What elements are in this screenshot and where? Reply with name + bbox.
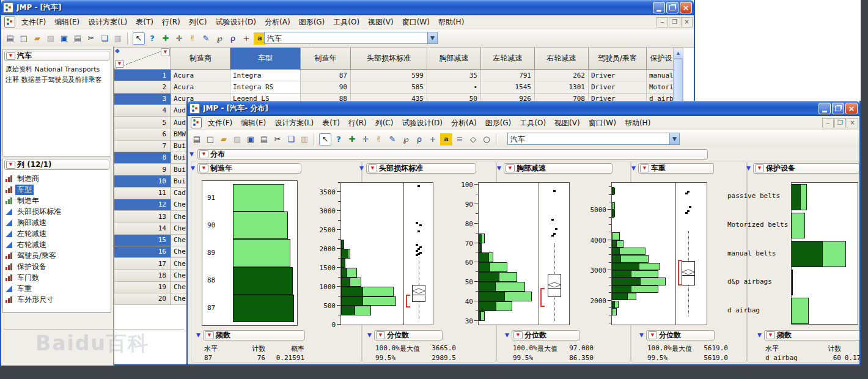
panel-header-4[interactable]: ▼保护设备 [753, 163, 859, 174]
row-number[interactable]: 2 [114, 81, 171, 93]
cursor-icon[interactable]: ↖ [133, 32, 145, 45]
lasso-icon[interactable]: ℘ [400, 133, 412, 145]
hand-icon[interactable]: ✌ [186, 32, 199, 45]
columns-diamond-icon[interactable]: ◆ [115, 48, 120, 54]
histogram-bar[interactable] [479, 243, 482, 253]
row-number[interactable]: 6 [114, 128, 171, 140]
crosshair-icon[interactable]: + [427, 133, 439, 145]
sidebar-column-8[interactable]: 保护设备 [6, 261, 48, 272]
category-bar[interactable] [792, 298, 809, 324]
column-header-4[interactable]: 胸部减速 [427, 48, 481, 70]
new-script-icon[interactable]: ▤ [4, 32, 17, 45]
titlebar[interactable]: JMP - [汽车] × [1, 0, 694, 15]
sidebar-column-4[interactable]: 胸部减速 [6, 217, 48, 228]
menu-item-6[interactable]: 试验设计(D) [211, 16, 260, 29]
menu-item-9[interactable]: 工具(O) [329, 16, 364, 29]
histogram-bar[interactable] [612, 301, 619, 308]
grabber-icon[interactable]: ✚ [346, 133, 358, 145]
crosshair-icon[interactable]: + [240, 32, 252, 45]
cut-icon[interactable]: ✂ [271, 133, 284, 145]
sidebar-column-3[interactable]: 头部损坏标准 [6, 206, 63, 217]
table-combobox[interactable]: 汽车 ▼ [264, 32, 438, 44]
menu-item-1[interactable]: 编辑(E) [50, 16, 84, 29]
histogram-bar[interactable] [341, 259, 345, 268]
disclosure-icon[interactable]: ▼ [367, 333, 372, 338]
year-bar[interactable] [233, 267, 293, 295]
histogram-bar[interactable] [612, 248, 645, 255]
open-icon[interactable]: ▰ [31, 32, 43, 45]
red-triangle-menu-icon[interactable]: ▼ [513, 331, 523, 339]
cell[interactable]: 1301 [535, 81, 589, 93]
red-triangle-menu-icon[interactable]: ▼ [755, 164, 764, 172]
menu-item-0[interactable]: 文件(F) [204, 117, 237, 130]
close-button[interactable]: × [845, 103, 858, 114]
row-number[interactable]: 1 [114, 70, 171, 81]
stats-header-2[interactable]: ▼分位数 [512, 330, 580, 340]
histogram-bar[interactable] [612, 263, 660, 270]
oval-icon[interactable]: ○ [480, 133, 493, 145]
histogram-bar[interactable] [341, 249, 350, 258]
disclosure-icon[interactable]: ▼ [639, 333, 644, 338]
red-triangle-menu-icon[interactable]: ▼ [205, 331, 214, 339]
child-minimize-button[interactable]: ‒ [657, 17, 668, 28]
disclosure-icon[interactable]: ▼ [196, 333, 200, 338]
column-header-3[interactable]: 头部损坏标准 [351, 48, 427, 70]
polygon-icon[interactable]: ◇ [467, 133, 479, 145]
disclosure-icon[interactable]: ▼ [359, 166, 364, 171]
category-bar[interactable] [792, 241, 846, 267]
red-triangle-menu-icon[interactable]: ▼ [161, 48, 170, 56]
help-icon[interactable]: ? [333, 133, 345, 145]
histogram-bar[interactable] [612, 255, 649, 262]
cell[interactable]: Driver [589, 81, 647, 93]
open-icon[interactable]: ▰ [218, 133, 230, 145]
chevron-down-icon[interactable]: ▼ [427, 32, 438, 44]
histogram-bar[interactable] [612, 232, 620, 240]
column-header-2[interactable]: 制造年 [301, 48, 351, 70]
save-icon[interactable]: ▣ [245, 133, 257, 145]
table-combobox[interactable]: 汽车 ▼ [507, 133, 680, 145]
mover-icon[interactable]: ✛ [173, 32, 185, 45]
menu-item-11[interactable]: 窗口(W) [398, 16, 434, 29]
copy-icon[interactable]: ❏ [285, 133, 297, 145]
menu-item-6[interactable]: 试验设计(D) [397, 117, 447, 130]
year-bar[interactable] [233, 239, 290, 267]
red-triangle-menu-icon[interactable]: ▼ [115, 60, 124, 68]
disclosure-icon[interactable]: ▼ [757, 333, 762, 338]
histogram-bar[interactable] [479, 282, 525, 292]
column-header-7[interactable]: 驾驶员/乘客 [589, 48, 647, 70]
menu-item-4[interactable]: 行(R) [344, 117, 371, 130]
row-number[interactable]: 14 [114, 223, 171, 234]
menu-item-8[interactable]: 图形(G) [481, 117, 516, 130]
sidebar-column-9[interactable]: 车门数 [6, 272, 41, 283]
histogram-bar[interactable] [612, 202, 615, 210]
year-bar[interactable] [233, 212, 288, 239]
cell[interactable]: 585 [351, 81, 427, 93]
disclosure-icon[interactable]: ▼ [497, 166, 501, 171]
scroll-up-icon[interactable]: ▲ [674, 48, 683, 59]
stats-header-1[interactable]: ▼分位数 [374, 330, 443, 340]
red-triangle-menu-icon[interactable]: ▼ [199, 164, 208, 172]
child-restore-button[interactable]: ❐ [669, 17, 680, 28]
row-number[interactable]: 12 [114, 199, 171, 211]
cursor-icon[interactable]: ↖ [319, 133, 331, 145]
sidebar-column-1[interactable]: 车型 [6, 184, 34, 195]
column-header-6[interactable]: 右轮减速 [535, 48, 589, 70]
journal-icon[interactable]: ▨ [45, 32, 57, 45]
child-close-button[interactable]: × [681, 17, 693, 28]
restore-button[interactable] [666, 2, 679, 13]
table-row[interactable]: 2AcuraIntegra RS90585•15451301DriverMoto… [114, 81, 694, 93]
disclosure-icon[interactable]: ▼ [189, 152, 194, 157]
sidebar-column-6[interactable]: 右轮减速 [6, 239, 48, 250]
cell[interactable]: manual bel [647, 70, 676, 81]
cell[interactable]: 35 [427, 70, 481, 81]
row-number[interactable]: 20 [114, 293, 171, 305]
column-header-1[interactable]: 车型 [230, 48, 301, 70]
histogram-bar[interactable] [479, 234, 485, 243]
scrollbar-thumb[interactable] [674, 59, 683, 108]
cell[interactable]: 791 [481, 70, 535, 81]
panel-header-0[interactable]: ▼制造年 [197, 163, 301, 174]
year-bar[interactable] [233, 184, 284, 212]
row-number[interactable]: 11 [114, 188, 171, 199]
minimize-button[interactable] [818, 103, 831, 114]
menu-item-9[interactable]: 工具(O) [515, 117, 550, 130]
